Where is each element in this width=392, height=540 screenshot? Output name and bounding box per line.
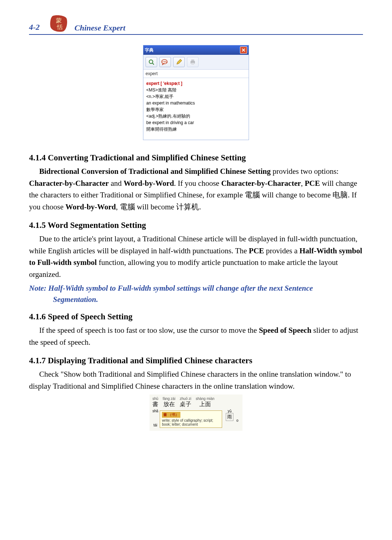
tooltip-body: write; style of calligraphy; script; boo… — [162, 418, 220, 426]
trans-cell: zhuō zi 桌子 — [180, 397, 191, 408]
pinyin: zhuō zi — [180, 397, 191, 401]
dict-line: an expert in mathematics — [146, 100, 246, 106]
dict-line: be expert in driving a car — [146, 119, 246, 126]
tooltip: 書 （书） write; style of calligraphy; scrip… — [160, 410, 222, 428]
dict-line: 數學專家 — [146, 106, 246, 113]
dictionary-toolbar: TTS — [143, 55, 249, 70]
translation-window: shū 書 fàng zài 放在 zhuō zi 桌子 shàng miàn … — [150, 394, 242, 431]
tail: o — [236, 409, 238, 422]
dict-line: <n.>專家,能手 — [146, 93, 246, 100]
pinyin: shàng miàn — [196, 397, 215, 401]
pinyin: fàng zài — [163, 397, 175, 401]
note-line2: Segmentation. — [29, 295, 363, 304]
hanzi: 放在 — [163, 401, 175, 408]
pinyin: shū — [152, 397, 158, 401]
svg-text:恬: 恬 — [57, 24, 63, 30]
right-col: yǔ 雨 — [226, 409, 233, 421]
tts-icon[interactable]: TTS — [159, 57, 171, 67]
hanzi: 上面 — [196, 401, 215, 408]
svg-text:蒙: 蒙 — [56, 17, 62, 24]
section-heading-416: 4.1.6 Speed of Speech Setting — [29, 312, 363, 322]
svg-point-2 — [149, 60, 153, 64]
svg-rect-8 — [191, 63, 194, 65]
svg-text:TTS: TTS — [162, 61, 167, 63]
section-body-414: Bidrectional Conversion of Tradictional … — [29, 165, 363, 213]
trans-cell: shū 書 — [152, 397, 158, 408]
hanzi: 書 — [152, 401, 158, 408]
section-body-415: Due to the article's print layout, a Tra… — [29, 233, 363, 280]
trans-cell: fàng zài 放在 — [163, 397, 175, 408]
pinyin: yǔ — [226, 409, 233, 413]
search-icon[interactable] — [146, 57, 157, 67]
pencil-icon[interactable] — [173, 57, 185, 67]
section-body-417: Check "Show both Traditional and Simplif… — [29, 368, 363, 392]
svg-rect-7 — [191, 60, 194, 61]
dictionary-window: 字典 ✕ TTS expert expert [ 'ekspəːt ] <MS>… — [143, 45, 249, 140]
dict-line: 開車開得很熟練 — [146, 126, 246, 132]
product-logo: 蒙 恬 — [50, 15, 68, 33]
hanzi: 雨 — [226, 413, 233, 421]
print-icon[interactable] — [187, 57, 199, 67]
left-col: shā tái — [152, 409, 158, 427]
close-icon[interactable]: ✕ — [240, 46, 247, 54]
dictionary-input[interactable]: expert — [143, 70, 249, 78]
dict-line: <adj.>熟練的,有經驗的 — [146, 113, 246, 119]
section-heading-415: 4.1.5 Word Segmentation Setting — [29, 221, 363, 230]
hanzi: 桌子 — [180, 401, 191, 408]
section-heading-414: 4.1.4 Converting Tradictional and Simpli… — [29, 153, 363, 163]
dictionary-title: 字典 — [145, 47, 154, 53]
dict-line: <MS>進階 高階 — [146, 87, 246, 93]
svg-line-3 — [152, 63, 154, 65]
section-body-416: If the speed of speech is too fast or to… — [29, 324, 363, 348]
note-line1: Note: Half-Width symbol to Full-width sy… — [29, 284, 363, 293]
section-heading-417: 4.1.7 Displaying Traditional and Simplif… — [29, 356, 363, 365]
translation-row: shū 書 fàng zài 放在 zhuō zi 桌子 shàng miàn … — [152, 397, 240, 408]
dictionary-titlebar: 字典 ✕ — [143, 45, 249, 55]
page-number: 4-2 — [29, 22, 40, 32]
tooltip-header: 書 （书） — [162, 412, 180, 418]
page-header: 4-2 蒙 恬 Chinese Expert — [29, 15, 363, 35]
dictionary-headword: expert [ 'ekspəːt ] — [146, 80, 246, 87]
dictionary-result: expert [ 'ekspəːt ] <MS>進階 高階 <n.>專家,能手 … — [143, 78, 249, 140]
pinyin: tái — [152, 423, 158, 427]
trans-cell: shàng miàn 上面 — [196, 397, 215, 408]
pinyin: shā — [152, 409, 158, 413]
header-title: Chinese Expert — [74, 23, 125, 33]
